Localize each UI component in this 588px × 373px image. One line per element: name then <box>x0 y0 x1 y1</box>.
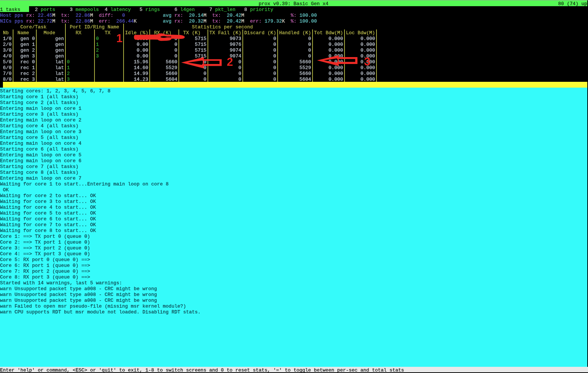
svg-text:1: 1 <box>116 32 122 45</box>
svg-text:3: 3 <box>364 55 370 68</box>
svg-text:2: 2 <box>227 56 233 68</box>
